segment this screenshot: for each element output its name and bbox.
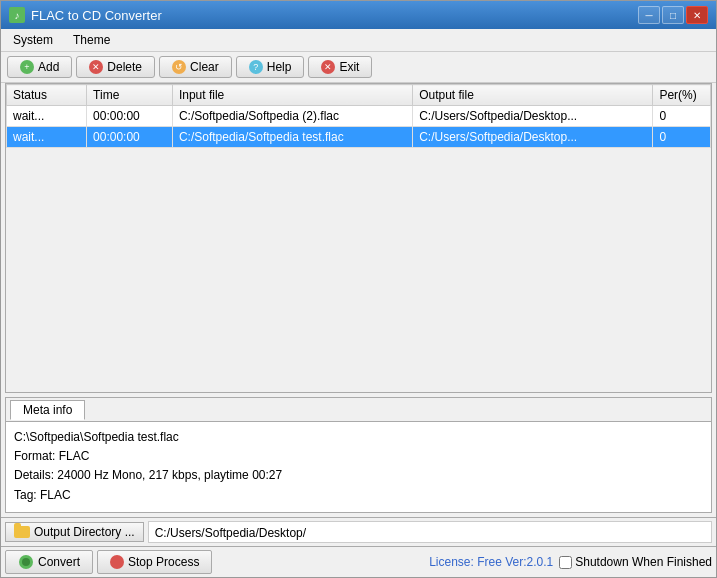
shutdown-label: Shutdown When Finished [575, 555, 712, 569]
stop-icon [110, 555, 124, 569]
menu-theme[interactable]: Theme [65, 31, 118, 49]
meta-section: Meta info C:\Softpedia\Softpedia test.fl… [5, 397, 712, 513]
exit-button[interactable]: ✕ Exit [308, 56, 372, 78]
output-dir-path[interactable]: C:/Users/Softpedia/Desktop/ [148, 521, 712, 543]
col-status: Status [7, 85, 87, 106]
delete-label: Delete [107, 60, 142, 74]
delete-icon: ✕ [89, 60, 103, 74]
title-bar-left: ♪ FLAC to CD Converter [9, 7, 162, 23]
help-label: Help [267, 60, 292, 74]
meta-line-3: Details: 24000 Hz Mono, 217 kbps, playti… [14, 466, 703, 485]
exit-icon: ✕ [321, 60, 335, 74]
meta-content: C:\Softpedia\Softpedia test.flac Format:… [6, 422, 711, 512]
delete-button[interactable]: ✕ Delete [76, 56, 155, 78]
output-dir-label: Output Directory ... [34, 525, 135, 539]
table-row[interactable]: wait... 00:00:00 C:/Softpedia/Softpedia … [7, 106, 711, 127]
add-icon: + [20, 60, 34, 74]
output-dir-row: Output Directory ... C:/Users/Softpedia/… [1, 517, 716, 546]
help-icon: ? [249, 60, 263, 74]
col-time: Time [87, 85, 173, 106]
col-input: Input file [172, 85, 412, 106]
license-text: License: Free Ver:2.0.1 [429, 555, 553, 569]
bottom-bar-right: License: Free Ver:2.0.1 Shutdown When Fi… [212, 555, 712, 569]
meta-tab-bar: Meta info [6, 398, 711, 422]
row2-input: C:/Softpedia/Softpedia test.flac [172, 127, 412, 148]
convert-label: Convert [38, 555, 80, 569]
menu-system[interactable]: System [5, 31, 61, 49]
exit-label: Exit [339, 60, 359, 74]
folder-icon [14, 526, 30, 538]
meta-line-1: C:\Softpedia\Softpedia test.flac [14, 428, 703, 447]
file-table-container[interactable]: Status Time Input file Output file Per(%… [5, 83, 712, 393]
add-label: Add [38, 60, 59, 74]
convert-button[interactable]: Convert [5, 550, 93, 574]
minimize-button[interactable]: ─ [638, 6, 660, 24]
add-button[interactable]: + Add [7, 56, 72, 78]
row1-output: C:/Users/Softpedia/Desktop... [413, 106, 653, 127]
col-output: Output file [413, 85, 653, 106]
svg-point-1 [22, 558, 30, 566]
row1-percent: 0 [653, 106, 711, 127]
main-window: ♪ FLAC to CD Converter ─ □ ✕ System Them… [0, 0, 717, 578]
file-table: Status Time Input file Output file Per(%… [6, 84, 711, 148]
row2-time: 00:00:00 [87, 127, 173, 148]
help-button[interactable]: ? Help [236, 56, 305, 78]
col-percent: Per(%) [653, 85, 711, 106]
toolbar: + Add ✕ Delete ↺ Clear ? Help ✕ Exit [1, 52, 716, 83]
window-title: FLAC to CD Converter [31, 8, 162, 23]
shutdown-row: Shutdown When Finished [559, 555, 712, 569]
clear-button[interactable]: ↺ Clear [159, 56, 232, 78]
menu-bar: System Theme [1, 29, 716, 52]
row2-percent: 0 [653, 127, 711, 148]
row2-output: C:/Users/Softpedia/Desktop... [413, 127, 653, 148]
convert-icon [18, 554, 34, 570]
table-row[interactable]: wait... 00:00:00 C:/Softpedia/Softpedia … [7, 127, 711, 148]
stop-label: Stop Process [128, 555, 199, 569]
maximize-button[interactable]: □ [662, 6, 684, 24]
row1-time: 00:00:00 [87, 106, 173, 127]
clear-label: Clear [190, 60, 219, 74]
output-dir-button[interactable]: Output Directory ... [5, 522, 144, 542]
app-icon: ♪ [9, 7, 25, 23]
shutdown-checkbox[interactable] [559, 556, 572, 569]
meta-tab-button[interactable]: Meta info [10, 400, 85, 420]
stop-process-button[interactable]: Stop Process [97, 550, 212, 574]
bottom-bar: Convert Stop Process License: Free Ver:2… [1, 546, 716, 577]
row1-input: C:/Softpedia/Softpedia (2).flac [172, 106, 412, 127]
title-bar-controls: ─ □ ✕ [638, 6, 708, 24]
meta-line-4: Tag: FLAC [14, 486, 703, 505]
row1-status: wait... [7, 106, 87, 127]
clear-icon: ↺ [172, 60, 186, 74]
meta-line-2: Format: FLAC [14, 447, 703, 466]
title-bar: ♪ FLAC to CD Converter ─ □ ✕ [1, 1, 716, 29]
row2-status: wait... [7, 127, 87, 148]
close-button[interactable]: ✕ [686, 6, 708, 24]
bottom-bar-left: Convert Stop Process [5, 550, 212, 574]
